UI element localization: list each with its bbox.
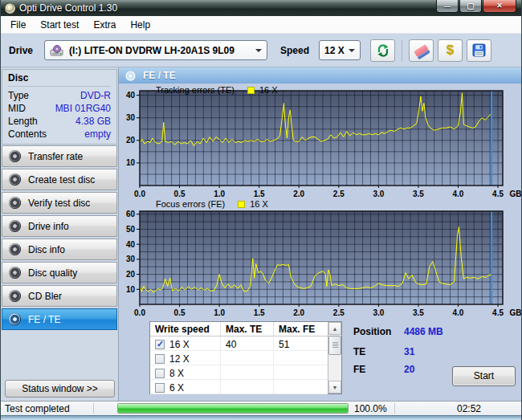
- column-header: Max. TE: [221, 322, 274, 336]
- disc-icon: [9, 313, 21, 325]
- write-speed-table: Write speed Max. TE Max. FE 16 X405112 X…: [149, 321, 342, 394]
- svg-text:0.5: 0.5: [174, 190, 186, 198]
- save-button[interactable]: [467, 39, 491, 62]
- position-value: 4486 MB: [404, 326, 443, 337]
- sidebar-item-cd-bler[interactable]: CD Bler: [2, 285, 117, 307]
- table-row[interactable]: 6 X: [150, 380, 328, 394]
- start-button[interactable]: Start: [452, 366, 516, 386]
- sidebar-item-label: Drive info: [28, 221, 69, 232]
- sidebar-item-disc-quality[interactable]: Disc quality: [2, 262, 117, 283]
- scrollbar-thumb[interactable]: [328, 336, 341, 355]
- purchase-button[interactable]: $: [438, 39, 463, 62]
- disc-info-label: MID: [8, 102, 26, 115]
- maximize-button[interactable]: [459, 0, 482, 13]
- menu-item-help[interactable]: Help: [123, 17, 157, 33]
- disc-icon: [9, 220, 21, 232]
- menu-item-start-test[interactable]: Start test: [33, 17, 86, 33]
- disc-icon: [9, 267, 21, 279]
- write-speed-cell: 12 X: [150, 351, 221, 365]
- svg-text:3.0: 3.0: [373, 190, 384, 198]
- scrollbar-down-button[interactable]: ▼: [328, 381, 341, 393]
- sidebar-item-label: FE / TE: [28, 314, 60, 325]
- svg-text:1.5: 1.5: [254, 190, 265, 198]
- write-speed-checkbox[interactable]: [155, 354, 165, 364]
- refresh-icon: [376, 43, 390, 58]
- drive-icon: [50, 45, 64, 56]
- disc-info-row: Length4.38 GB: [8, 115, 111, 128]
- save-icon: [472, 43, 486, 57]
- sidebar-item-create-test-disc[interactable]: Create test disc: [2, 169, 117, 190]
- erase-disc-button[interactable]: [409, 39, 434, 62]
- svg-text:50: 50: [126, 225, 136, 234]
- legend-swatch: [238, 201, 245, 208]
- eraser-icon: [414, 44, 429, 57]
- svg-text:3.0: 3.0: [373, 308, 384, 317]
- scrollbar-up-button[interactable]: ▲: [328, 322, 341, 335]
- svg-text:1.0: 1.0: [214, 308, 225, 317]
- close-button[interactable]: [483, 0, 516, 13]
- app-window: Opti Drive Control 1.30 FileStart testEx…: [0, 0, 522, 420]
- elapsed-time: 02:52: [457, 403, 481, 414]
- svg-text:30: 30: [126, 255, 136, 263]
- chevron-down-icon: [349, 49, 355, 52]
- drive-select[interactable]: (I:) LITE-ON DVDRW LH-20A1S 9L09: [44, 40, 267, 60]
- sidebar-item-transfer-rate[interactable]: Transfer rate: [2, 145, 117, 167]
- svg-text:3.5: 3.5: [413, 190, 424, 198]
- write-speed-checkbox[interactable]: [155, 340, 165, 349]
- svg-text:3.5: 3.5: [413, 308, 424, 317]
- disc-info-row: MIDMBI 01RG40: [8, 102, 111, 115]
- svg-text:1.0: 1.0: [214, 190, 225, 198]
- disc-info-label: Contents: [8, 128, 47, 141]
- table-row[interactable]: 16 X4051: [150, 336, 328, 351]
- status-window-button[interactable]: Status window >>: [5, 380, 115, 398]
- refresh-button[interactable]: [370, 39, 395, 62]
- write-speed-label: 6 X: [169, 382, 184, 393]
- speed-select[interactable]: 12 X: [319, 40, 361, 60]
- sidebar-item-verify-test-disc[interactable]: Verify test disc: [2, 192, 117, 214]
- minimize-button[interactable]: [436, 0, 459, 13]
- svg-text:40: 40: [126, 91, 136, 100]
- te-value: 31: [404, 346, 414, 357]
- table-row[interactable]: 12 X: [150, 351, 328, 365]
- window-titlebar[interactable]: Opti Drive Control 1.30: [1, 0, 521, 16]
- left-sidebar: Disc TypeDVD-RMIDMBI 01RG40Length4.38 GB…: [1, 67, 119, 401]
- sidebar-item-disc-info[interactable]: Disc info: [2, 239, 117, 260]
- te-label: TE: [353, 346, 404, 357]
- table-row[interactable]: 8 X: [150, 365, 328, 380]
- disc-info-value: 4.38 GB: [75, 115, 111, 128]
- svg-text:60: 60: [126, 210, 136, 218]
- write-speed-label: 12 X: [169, 353, 190, 365]
- progress-bar: [117, 403, 349, 414]
- max-te-cell: 40: [221, 336, 274, 350]
- svg-text:20: 20: [126, 136, 136, 145]
- svg-text:4.5: 4.5: [492, 308, 504, 317]
- write-speed-cell: 8 X: [150, 365, 221, 379]
- disc-info-label: Length: [8, 115, 38, 128]
- write-speed-checkbox[interactable]: [155, 383, 165, 393]
- speed-label: Speed: [280, 45, 309, 56]
- progress-fill: [118, 404, 348, 413]
- svg-text:1.5: 1.5: [254, 308, 265, 317]
- write-speed-checkbox[interactable]: [155, 369, 165, 378]
- menu-item-extra[interactable]: Extra: [86, 17, 123, 33]
- toolbar-separator: [402, 40, 402, 61]
- sidebar-item-drive-info[interactable]: Drive info: [2, 215, 117, 237]
- disc-info-value: MBI 01RG40: [55, 102, 111, 115]
- menubar: FileStart testExtraHelp: [1, 16, 521, 34]
- svg-text:2.5: 2.5: [333, 190, 345, 198]
- write-speed-label: 8 X: [169, 368, 184, 379]
- max-te-cell: [221, 365, 274, 379]
- disc-info-value: DVD-R: [80, 89, 111, 102]
- chevron-down-icon: [255, 49, 262, 52]
- max-fe-cell: [274, 365, 328, 379]
- table-scrollbar[interactable]: ▲ ▼: [328, 322, 341, 393]
- svg-text:4.0: 4.0: [453, 190, 464, 198]
- menu-item-file[interactable]: File: [3, 17, 33, 33]
- svg-text:0.5: 0.5: [174, 308, 186, 317]
- svg-text:40: 40: [126, 240, 136, 249]
- sidebar-item-fe-te[interactable]: FE / TE: [2, 308, 117, 330]
- svg-text:4.0: 4.0: [453, 308, 464, 317]
- svg-text:2.0: 2.0: [293, 190, 304, 198]
- write-speed-cell: 16 X: [150, 336, 221, 350]
- sidebar-item-label: Create test disc: [28, 174, 95, 186]
